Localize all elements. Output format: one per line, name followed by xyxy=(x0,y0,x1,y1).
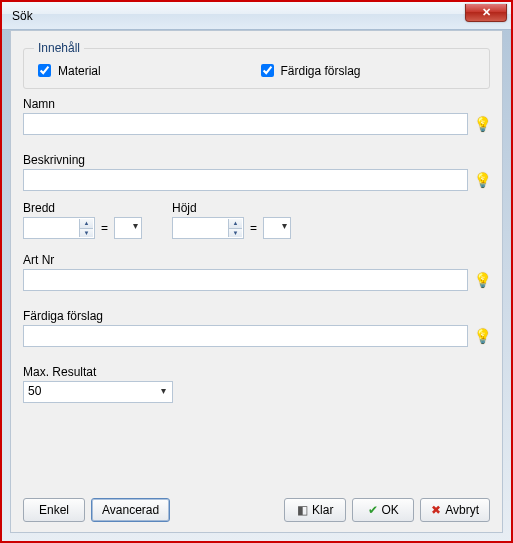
enkel-button[interactable]: Enkel xyxy=(23,498,85,522)
field-artnr: Art Nr 💡 xyxy=(23,253,490,291)
eraser-icon: ◧ xyxy=(297,504,308,516)
label-beskrivning: Beskrivning xyxy=(23,153,490,167)
hint-icon[interactable]: 💡 xyxy=(474,116,490,132)
hint-icon[interactable]: 💡 xyxy=(474,272,490,288)
label-bredd: Bredd xyxy=(23,201,142,215)
combo-bredd-op[interactable] xyxy=(114,217,142,239)
label-artnr: Art Nr xyxy=(23,253,490,267)
field-max-resultat: Max. Resultat 50 xyxy=(23,365,490,403)
checkbox-fardiga-label: Färdiga förslag xyxy=(281,64,361,78)
checkbox-material[interactable]: Material xyxy=(34,61,257,80)
button-bar: Enkel Avancerad ◧ Klar ✔ OK ✖ Avbryt xyxy=(23,498,490,522)
spin-up-icon[interactable]: ▲ xyxy=(228,219,242,229)
titlebar: Sök ✕ xyxy=(2,2,511,30)
check-icon: ✔ xyxy=(368,504,378,516)
input-beskrivning[interactable] xyxy=(23,169,468,191)
checkbox-fardiga-forslag[interactable]: Färdiga förslag xyxy=(257,61,480,80)
combo-hojd-op[interactable] xyxy=(263,217,291,239)
label-fardiga-forslag: Färdiga förslag xyxy=(23,309,490,323)
avbryt-button[interactable]: ✖ Avbryt xyxy=(420,498,490,522)
spinner-hojd[interactable]: ▲ ▼ xyxy=(172,217,244,239)
field-namn: Namn 💡 xyxy=(23,97,490,135)
field-hojd: Höjd ▲ ▼ = xyxy=(172,201,291,239)
spin-up-icon[interactable]: ▲ xyxy=(79,219,93,229)
field-bredd: Bredd ▲ ▼ = xyxy=(23,201,142,239)
content-groupbox: Innehåll Material Färdiga förslag xyxy=(23,41,490,89)
input-artnr[interactable] xyxy=(23,269,468,291)
label-namn: Namn xyxy=(23,97,490,111)
operator-label: = xyxy=(248,221,259,235)
checkbox-material-label: Material xyxy=(58,64,101,78)
label-max-resultat: Max. Resultat xyxy=(23,365,490,379)
close-icon: ✕ xyxy=(482,6,491,19)
spin-down-icon[interactable]: ▼ xyxy=(228,229,242,238)
groupbox-legend: Innehåll xyxy=(34,41,84,55)
window-title: Sök xyxy=(8,9,33,23)
hint-icon[interactable]: 💡 xyxy=(474,172,490,188)
checkbox-material-input[interactable] xyxy=(38,64,51,77)
hint-icon[interactable]: 💡 xyxy=(474,328,490,344)
label-hojd: Höjd xyxy=(172,201,291,215)
combo-max-resultat[interactable]: 50 xyxy=(23,381,173,403)
input-fardiga-forslag[interactable] xyxy=(23,325,468,347)
field-fardiga-forslag: Färdiga förslag 💡 xyxy=(23,309,490,347)
field-beskrivning: Beskrivning 💡 xyxy=(23,153,490,191)
checkbox-fardiga-input[interactable] xyxy=(261,64,274,77)
dimensions-row: Bredd ▲ ▼ = Höjd ▲ ▼ xyxy=(23,201,490,239)
spin-down-icon[interactable]: ▼ xyxy=(79,229,93,238)
spinner-bredd[interactable]: ▲ ▼ xyxy=(23,217,95,239)
input-namn[interactable] xyxy=(23,113,468,135)
combo-max-resultat-value: 50 xyxy=(28,384,41,398)
klar-button[interactable]: ◧ Klar xyxy=(284,498,346,522)
ok-button[interactable]: ✔ OK xyxy=(352,498,414,522)
operator-label: = xyxy=(99,221,110,235)
window-body: Innehåll Material Färdiga förslag Namn 💡… xyxy=(10,30,503,533)
close-button[interactable]: ✕ xyxy=(465,4,507,22)
avancerad-button[interactable]: Avancerad xyxy=(91,498,170,522)
cancel-icon: ✖ xyxy=(431,504,441,516)
